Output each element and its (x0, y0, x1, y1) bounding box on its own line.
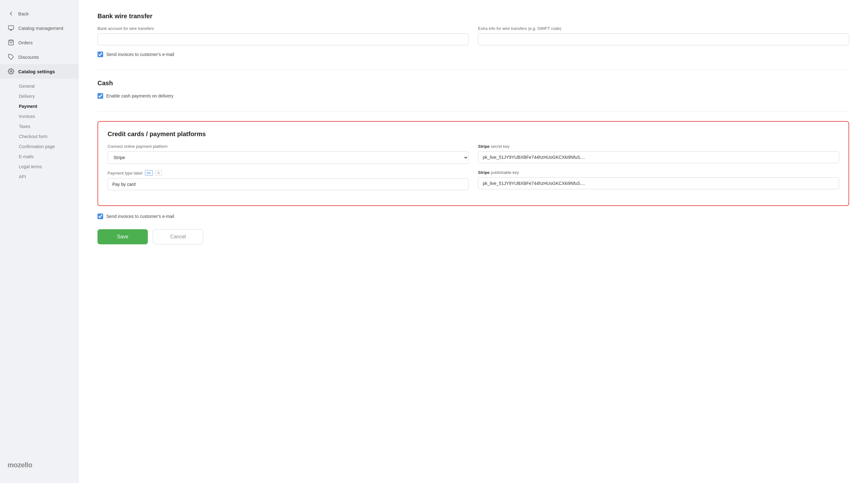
cash-section: Cash Enable cash payments on delivery (97, 79, 849, 99)
platform-field: Connect online payment platform Stripe P… (107, 144, 469, 164)
settings-icon (7, 68, 14, 75)
sidebar-item-catalog-management[interactable]: Catalog management (0, 21, 78, 35)
credit-card-send-invoices-checkbox[interactable] (97, 214, 103, 219)
platform-select[interactable]: Stripe PayPal Braintree (107, 151, 469, 164)
stripe-secret-input[interactable] (478, 151, 839, 163)
orders-icon (7, 39, 14, 46)
credit-card-top-fields: Connect online payment platform Stripe P… (107, 144, 839, 164)
sidebar-sub-payment[interactable]: Payment (19, 101, 78, 111)
sidebar-sub-emails[interactable]: E-mails (19, 152, 78, 162)
save-button[interactable]: Save (97, 229, 148, 244)
credit-card-title: Credit cards / payment platforms (107, 130, 839, 138)
stripe-secret-field: Stripe secret key (478, 144, 839, 164)
discounts-icon (7, 54, 14, 60)
platform-label: Connect online payment platform (107, 144, 469, 149)
stripe-brand-publishable: Stripe (478, 170, 490, 175)
payment-type-label: Payment type label (107, 171, 143, 175)
extra-info-input[interactable] (478, 33, 849, 45)
bank-wire-fields: Bank account for wire transfers Extra in… (97, 26, 849, 45)
credit-card-send-invoices-label: Send invoices to customer's e-mail (106, 214, 174, 219)
cash-enable-checkbox[interactable] (97, 93, 103, 99)
bank-wire-section: Bank wire transfer Bank account for wire… (97, 12, 849, 57)
logo: mozello (0, 453, 78, 477)
extra-info-field: Extra info for wire transfers (e.g. SWIF… (478, 26, 849, 45)
sidebar-sub-checkout-form[interactable]: Checkout form (19, 131, 78, 141)
main-content: Bank wire transfer Bank account for wire… (79, 0, 868, 483)
back-label: Back (18, 11, 29, 17)
sidebar-sub-general[interactable]: General (19, 81, 78, 91)
sidebar-item-discounts-label: Discounts (18, 55, 39, 60)
sidebar-sub-legal-terms[interactable]: Legal terms (19, 162, 78, 172)
bank-wire-title: Bank wire transfer (97, 12, 849, 20)
stripe-publishable-input[interactable] (478, 178, 839, 189)
cash-enable-label: Enable cash payments on delivery (106, 93, 173, 98)
bank-wire-send-invoices-label: Send invoices to customer's e-mail (106, 52, 174, 57)
svg-point-5 (10, 71, 12, 72)
lang-en-tag[interactable]: en (145, 170, 153, 176)
cancel-button[interactable]: Cancel (153, 229, 203, 244)
divider-2 (97, 111, 849, 111)
sidebar-sub-api[interactable]: API (19, 172, 78, 182)
payment-type-input[interactable] (107, 178, 469, 190)
sidebar-item-catalog-management-label: Catalog management (18, 26, 63, 31)
sidebar-item-orders-label: Orders (18, 40, 33, 45)
stripe-brand-secret: Stripe (478, 144, 490, 149)
svg-rect-0 (8, 26, 14, 30)
payment-type-field: Payment type label en lv (107, 170, 469, 190)
cash-title: Cash (97, 79, 849, 87)
divider-1 (97, 70, 849, 70)
sidebar-sub-delivery[interactable]: Delivery (19, 91, 78, 101)
sidebar-item-discounts[interactable]: Discounts (0, 50, 78, 64)
credit-card-section: Credit cards / payment platforms Connect… (97, 121, 849, 206)
extra-info-label: Extra info for wire transfers (e.g. SWIF… (478, 26, 849, 31)
sidebar-item-orders[interactable]: Orders (0, 35, 78, 50)
stripe-publishable-key-text: publishable key (491, 170, 519, 175)
bank-account-label: Bank account for wire transfers (97, 26, 469, 31)
bank-account-field: Bank account for wire transfers (97, 26, 469, 45)
bank-account-input[interactable] (97, 33, 469, 45)
sidebar-item-catalog-settings[interactable]: Catalog settings (0, 64, 78, 78)
stripe-secret-key-text: secret key (491, 144, 509, 149)
stripe-secret-label: Stripe secret key (478, 144, 839, 149)
sidebar-sub-invoices[interactable]: Invoices (19, 111, 78, 121)
sidebar: Back Catalog management Orders Discounts (0, 0, 79, 483)
sidebar-sub-items: General Delivery Payment Invoices Taxes … (0, 78, 78, 184)
catalog-icon (7, 25, 14, 31)
action-buttons: Save Cancel (97, 229, 849, 244)
stripe-publishable-label: Stripe publishable key (478, 170, 839, 175)
back-icon (7, 10, 14, 17)
sidebar-item-catalog-settings-label: Catalog settings (18, 69, 55, 74)
bank-wire-send-invoices-row: Send invoices to customer's e-mail (97, 52, 849, 57)
sidebar-sub-confirmation-page[interactable]: Confirmation page (19, 141, 78, 152)
credit-card-bottom-fields: Payment type label en lv Stripe publisha… (107, 170, 839, 190)
cash-enable-row: Enable cash payments on delivery (97, 93, 849, 99)
stripe-publishable-field: Stripe publishable key (478, 170, 839, 190)
sidebar-sub-taxes[interactable]: Taxes (19, 121, 78, 131)
sidebar-back[interactable]: Back (0, 6, 78, 21)
bank-wire-send-invoices-checkbox[interactable] (97, 52, 103, 57)
lang-lv-tag[interactable]: lv (155, 170, 162, 176)
credit-card-send-invoices-row: Send invoices to customer's e-mail (97, 214, 849, 219)
